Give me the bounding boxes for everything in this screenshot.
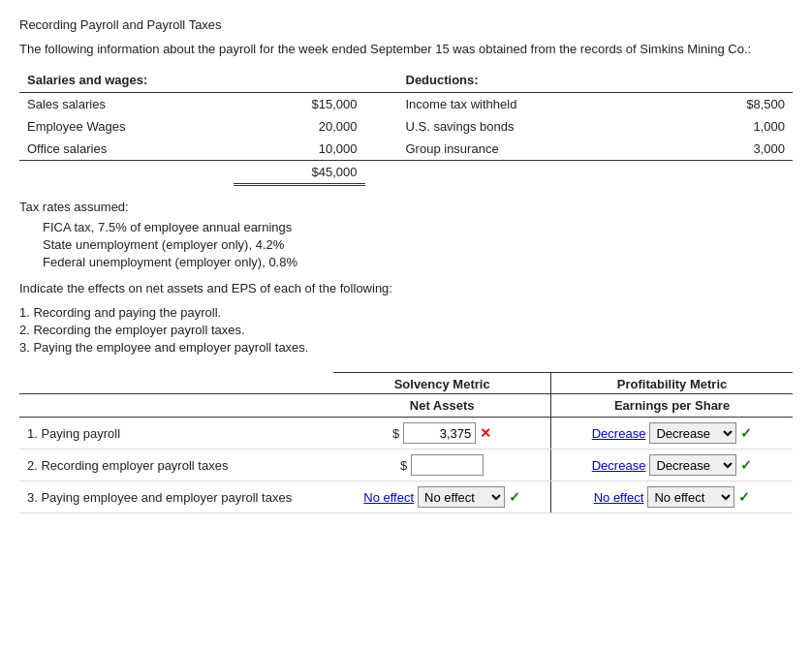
empty-header (19, 373, 333, 394)
answer-table: Solvency Metric Profitability Metric Net… (19, 372, 793, 513)
net-assets-cell[interactable]: $ (333, 450, 550, 481)
answer-row-label: 2. Recording employer payroll taxes (19, 450, 333, 481)
deduct-amount: $8,500 (661, 93, 793, 116)
numbered-items-list: 1. Recording and paying the payroll.2. R… (19, 305, 793, 355)
net-assets-cell[interactable]: $ ✕ (333, 418, 550, 450)
deduct-amount: 3,000 (661, 138, 793, 161)
solvency-metric-header: Solvency Metric (333, 373, 550, 394)
error-icon: ✕ (480, 425, 491, 441)
eps-select[interactable]: Decrease Increase No effect (649, 422, 736, 444)
salary-amount: 20,000 (234, 115, 365, 138)
tax-title: Tax rates assumed: (19, 200, 793, 214)
deduct-amount-header-empty (661, 70, 793, 93)
check-icon: ✓ (740, 457, 752, 473)
eps-cell[interactable]: Decrease Decrease Increase No effect ✓ (551, 450, 793, 481)
answer-row-label: 1. Paying payroll (19, 418, 333, 450)
salaries-header: Salaries and wages: (19, 70, 234, 93)
tax-section: Tax rates assumed: FICA tax, 7.5% of emp… (19, 200, 793, 269)
answer-row-label: 3. Paying employee and employer payroll … (19, 481, 333, 513)
net-assets-input[interactable] (411, 454, 484, 476)
answer-row: 1. Paying payroll $ ✕ Decrease Decrease … (19, 418, 793, 450)
total-label (19, 161, 234, 185)
check-icon: ✓ (738, 489, 750, 505)
tax-item: State unemployment (employer only), 4.2% (43, 237, 793, 252)
check-icon: ✓ (509, 489, 520, 505)
net-assets-input[interactable] (403, 422, 476, 444)
answer-section: Solvency Metric Profitability Metric Net… (19, 372, 793, 513)
eps-select[interactable]: No effect Decrease Increase (647, 486, 734, 508)
eps-cell[interactable]: No effect No effect Decrease Increase ✓ (551, 481, 793, 513)
salary-amount: $15,000 (234, 93, 365, 116)
numbered-item: 2. Recording the employer payroll taxes. (19, 323, 793, 337)
deduct-label: Income tax withheld (398, 93, 662, 116)
deductions-header: Deductions: (398, 70, 662, 93)
eps-select[interactable]: Decrease Increase No effect (649, 454, 736, 476)
answer-row: 2. Recording employer payroll taxes $ De… (19, 450, 793, 481)
dollar-sign: $ (400, 458, 407, 473)
eps-value-label: Decrease (592, 426, 646, 441)
empty-subheader (19, 394, 333, 418)
tax-item: FICA tax, 7.5% of employee annual earnin… (43, 220, 793, 234)
net-assets-subheader: Net Assets (333, 394, 550, 418)
deduct-amount: 1,000 (661, 115, 793, 138)
eps-value-label: Decrease (592, 458, 646, 473)
eps-cell[interactable]: Decrease Decrease Increase No effect ✓ (551, 418, 793, 450)
tax-item: Federal unemployment (employer only), 0.… (43, 255, 793, 269)
intro-text: The following information about the payr… (19, 42, 793, 56)
salary-label: Sales salaries (19, 93, 234, 116)
salary-label: Office salaries (19, 138, 234, 161)
total-amount: $45,000 (234, 161, 365, 185)
total-deduct-amount-empty (661, 161, 793, 185)
table-row: Office salaries 10,000 Group insurance 3… (19, 138, 793, 161)
indicate-text: Indicate the effects on net assets and E… (19, 281, 793, 295)
page-title: Recording Payroll and Payroll Taxes (19, 17, 793, 32)
numbered-item: 3. Paying the employee and employer payr… (19, 340, 793, 355)
salary-amount: 10,000 (234, 138, 365, 161)
deduct-label: U.S. savings bonds (398, 115, 662, 138)
eps-value-label: No effect (594, 490, 644, 505)
dollar-sign: $ (392, 426, 399, 441)
payroll-table: Salaries and wages: Deductions: Sales sa… (19, 70, 793, 186)
table-row: Employee Wages 20,000 U.S. savings bonds… (19, 115, 793, 138)
no-effect-label: No effect (363, 490, 414, 505)
numbered-item: 1. Recording and paying the payroll. (19, 305, 793, 320)
deduct-label: Group insurance (398, 138, 662, 161)
total-row: $45,000 (19, 161, 793, 185)
total-deduct-empty (398, 161, 662, 185)
check-icon: ✓ (740, 425, 752, 441)
answer-row: 3. Paying employee and employer payroll … (19, 481, 793, 513)
eps-subheader: Earnings per Share (551, 394, 793, 418)
salary-label: Employee Wages (19, 115, 234, 138)
net-assets-select[interactable]: No effect Decrease Increase (418, 486, 505, 508)
profitability-metric-header: Profitability Metric (551, 373, 793, 394)
table-row: Sales salaries $15,000 Income tax withhe… (19, 93, 793, 116)
net-assets-cell[interactable]: No effect No effect Decrease Increase ✓ (333, 481, 550, 513)
amount-header-empty (234, 70, 365, 93)
